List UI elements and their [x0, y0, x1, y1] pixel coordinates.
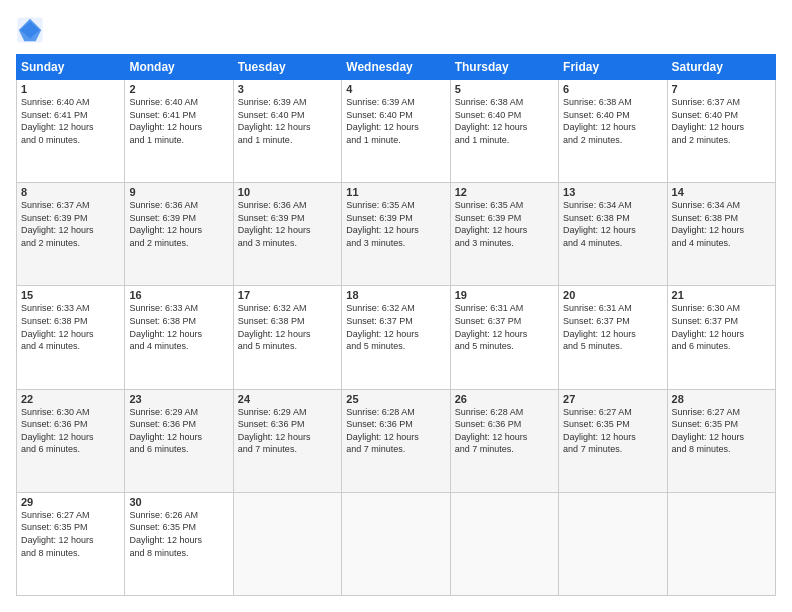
day-number: 5	[455, 83, 554, 95]
day-number: 21	[672, 289, 771, 301]
calendar-cell: 19Sunrise: 6:31 AMSunset: 6:37 PMDayligh…	[450, 286, 558, 389]
calendar-cell: 25Sunrise: 6:28 AMSunset: 6:36 PMDayligh…	[342, 389, 450, 492]
header	[16, 16, 776, 44]
calendar-cell: 17Sunrise: 6:32 AMSunset: 6:38 PMDayligh…	[233, 286, 341, 389]
calendar-cell: 8Sunrise: 6:37 AMSunset: 6:39 PMDaylight…	[17, 183, 125, 286]
day-info: Sunrise: 6:40 AMSunset: 6:41 PMDaylight:…	[21, 96, 120, 146]
day-info: Sunrise: 6:36 AMSunset: 6:39 PMDaylight:…	[129, 199, 228, 249]
day-number: 7	[672, 83, 771, 95]
calendar-cell: 3Sunrise: 6:39 AMSunset: 6:40 PMDaylight…	[233, 80, 341, 183]
day-number: 17	[238, 289, 337, 301]
day-number: 2	[129, 83, 228, 95]
day-info: Sunrise: 6:36 AMSunset: 6:39 PMDaylight:…	[238, 199, 337, 249]
day-info: Sunrise: 6:38 AMSunset: 6:40 PMDaylight:…	[563, 96, 662, 146]
calendar-cell: 7Sunrise: 6:37 AMSunset: 6:40 PMDaylight…	[667, 80, 775, 183]
calendar-cell: 13Sunrise: 6:34 AMSunset: 6:38 PMDayligh…	[559, 183, 667, 286]
day-number: 4	[346, 83, 445, 95]
day-number: 8	[21, 186, 120, 198]
day-info: Sunrise: 6:33 AMSunset: 6:38 PMDaylight:…	[129, 302, 228, 352]
calendar-cell: 27Sunrise: 6:27 AMSunset: 6:35 PMDayligh…	[559, 389, 667, 492]
day-info: Sunrise: 6:31 AMSunset: 6:37 PMDaylight:…	[455, 302, 554, 352]
day-info: Sunrise: 6:38 AMSunset: 6:40 PMDaylight:…	[455, 96, 554, 146]
calendar-cell: 28Sunrise: 6:27 AMSunset: 6:35 PMDayligh…	[667, 389, 775, 492]
day-number: 11	[346, 186, 445, 198]
day-number: 12	[455, 186, 554, 198]
calendar-cell: 18Sunrise: 6:32 AMSunset: 6:37 PMDayligh…	[342, 286, 450, 389]
day-info: Sunrise: 6:40 AMSunset: 6:41 PMDaylight:…	[129, 96, 228, 146]
day-info: Sunrise: 6:27 AMSunset: 6:35 PMDaylight:…	[672, 406, 771, 456]
day-number: 13	[563, 186, 662, 198]
day-info: Sunrise: 6:30 AMSunset: 6:37 PMDaylight:…	[672, 302, 771, 352]
calendar-cell: 5Sunrise: 6:38 AMSunset: 6:40 PMDaylight…	[450, 80, 558, 183]
day-number: 30	[129, 496, 228, 508]
weekday-header-row: SundayMondayTuesdayWednesdayThursdayFrid…	[17, 55, 776, 80]
day-number: 27	[563, 393, 662, 405]
calendar-week-row: 29Sunrise: 6:27 AMSunset: 6:35 PMDayligh…	[17, 492, 776, 595]
day-info: Sunrise: 6:34 AMSunset: 6:38 PMDaylight:…	[563, 199, 662, 249]
calendar-cell	[233, 492, 341, 595]
calendar-week-row: 1Sunrise: 6:40 AMSunset: 6:41 PMDaylight…	[17, 80, 776, 183]
calendar-cell: 15Sunrise: 6:33 AMSunset: 6:38 PMDayligh…	[17, 286, 125, 389]
day-info: Sunrise: 6:32 AMSunset: 6:38 PMDaylight:…	[238, 302, 337, 352]
calendar-cell: 26Sunrise: 6:28 AMSunset: 6:36 PMDayligh…	[450, 389, 558, 492]
calendar-cell: 24Sunrise: 6:29 AMSunset: 6:36 PMDayligh…	[233, 389, 341, 492]
day-number: 16	[129, 289, 228, 301]
calendar-cell	[450, 492, 558, 595]
day-number: 24	[238, 393, 337, 405]
day-number: 14	[672, 186, 771, 198]
day-number: 22	[21, 393, 120, 405]
day-number: 1	[21, 83, 120, 95]
weekday-header-thursday: Thursday	[450, 55, 558, 80]
calendar-cell: 10Sunrise: 6:36 AMSunset: 6:39 PMDayligh…	[233, 183, 341, 286]
day-info: Sunrise: 6:35 AMSunset: 6:39 PMDaylight:…	[346, 199, 445, 249]
day-number: 28	[672, 393, 771, 405]
day-info: Sunrise: 6:34 AMSunset: 6:38 PMDaylight:…	[672, 199, 771, 249]
day-number: 10	[238, 186, 337, 198]
calendar-cell: 1Sunrise: 6:40 AMSunset: 6:41 PMDaylight…	[17, 80, 125, 183]
day-number: 18	[346, 289, 445, 301]
day-info: Sunrise: 6:28 AMSunset: 6:36 PMDaylight:…	[346, 406, 445, 456]
calendar-week-row: 8Sunrise: 6:37 AMSunset: 6:39 PMDaylight…	[17, 183, 776, 286]
day-number: 6	[563, 83, 662, 95]
calendar-cell: 29Sunrise: 6:27 AMSunset: 6:35 PMDayligh…	[17, 492, 125, 595]
day-number: 3	[238, 83, 337, 95]
day-info: Sunrise: 6:37 AMSunset: 6:39 PMDaylight:…	[21, 199, 120, 249]
calendar-cell	[342, 492, 450, 595]
day-info: Sunrise: 6:28 AMSunset: 6:36 PMDaylight:…	[455, 406, 554, 456]
day-info: Sunrise: 6:31 AMSunset: 6:37 PMDaylight:…	[563, 302, 662, 352]
day-info: Sunrise: 6:37 AMSunset: 6:40 PMDaylight:…	[672, 96, 771, 146]
day-info: Sunrise: 6:30 AMSunset: 6:36 PMDaylight:…	[21, 406, 120, 456]
weekday-header-wednesday: Wednesday	[342, 55, 450, 80]
calendar-cell: 30Sunrise: 6:26 AMSunset: 6:35 PMDayligh…	[125, 492, 233, 595]
calendar-cell: 23Sunrise: 6:29 AMSunset: 6:36 PMDayligh…	[125, 389, 233, 492]
day-number: 25	[346, 393, 445, 405]
calendar-cell	[559, 492, 667, 595]
calendar-cell: 12Sunrise: 6:35 AMSunset: 6:39 PMDayligh…	[450, 183, 558, 286]
day-info: Sunrise: 6:26 AMSunset: 6:35 PMDaylight:…	[129, 509, 228, 559]
calendar-table: SundayMondayTuesdayWednesdayThursdayFrid…	[16, 54, 776, 596]
weekday-header-saturday: Saturday	[667, 55, 775, 80]
calendar-week-row: 22Sunrise: 6:30 AMSunset: 6:36 PMDayligh…	[17, 389, 776, 492]
day-info: Sunrise: 6:29 AMSunset: 6:36 PMDaylight:…	[238, 406, 337, 456]
logo	[16, 16, 48, 44]
calendar-cell: 22Sunrise: 6:30 AMSunset: 6:36 PMDayligh…	[17, 389, 125, 492]
day-info: Sunrise: 6:27 AMSunset: 6:35 PMDaylight:…	[563, 406, 662, 456]
calendar-cell: 20Sunrise: 6:31 AMSunset: 6:37 PMDayligh…	[559, 286, 667, 389]
day-number: 19	[455, 289, 554, 301]
calendar-cell: 4Sunrise: 6:39 AMSunset: 6:40 PMDaylight…	[342, 80, 450, 183]
calendar-week-row: 15Sunrise: 6:33 AMSunset: 6:38 PMDayligh…	[17, 286, 776, 389]
day-number: 29	[21, 496, 120, 508]
day-number: 23	[129, 393, 228, 405]
day-number: 15	[21, 289, 120, 301]
page: SundayMondayTuesdayWednesdayThursdayFrid…	[0, 0, 792, 612]
day-number: 26	[455, 393, 554, 405]
weekday-header-sunday: Sunday	[17, 55, 125, 80]
day-info: Sunrise: 6:29 AMSunset: 6:36 PMDaylight:…	[129, 406, 228, 456]
calendar-cell: 11Sunrise: 6:35 AMSunset: 6:39 PMDayligh…	[342, 183, 450, 286]
calendar-cell: 9Sunrise: 6:36 AMSunset: 6:39 PMDaylight…	[125, 183, 233, 286]
day-info: Sunrise: 6:32 AMSunset: 6:37 PMDaylight:…	[346, 302, 445, 352]
calendar-cell: 16Sunrise: 6:33 AMSunset: 6:38 PMDayligh…	[125, 286, 233, 389]
calendar-cell	[667, 492, 775, 595]
weekday-header-friday: Friday	[559, 55, 667, 80]
day-info: Sunrise: 6:39 AMSunset: 6:40 PMDaylight:…	[346, 96, 445, 146]
